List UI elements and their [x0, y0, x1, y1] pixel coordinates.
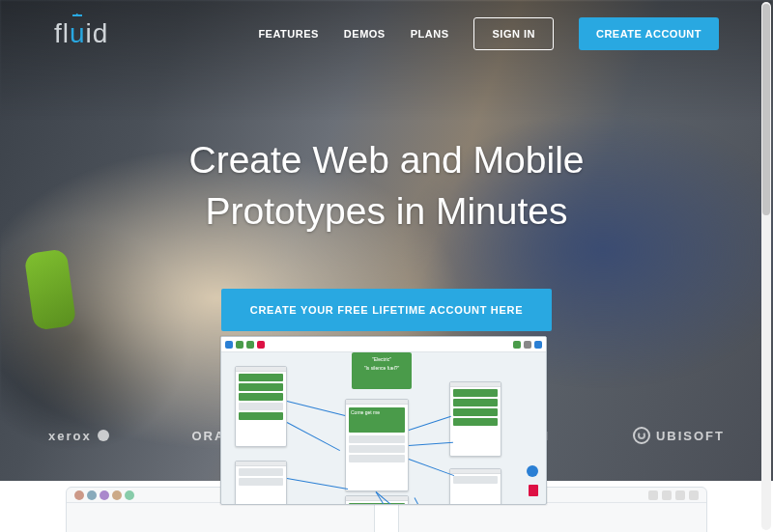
mockup-phone-1[interactable] — [235, 366, 287, 447]
link-wire — [287, 478, 348, 490]
client-xerox: xerox — [48, 429, 109, 443]
annotation-card[interactable]: "Electric" "Is silence fuel?" — [352, 352, 412, 389]
nav-features[interactable]: FEATURES — [258, 28, 318, 40]
hero-title-line2: Prototypes in Minutes — [205, 190, 567, 232]
link-wire — [409, 416, 451, 431]
tool-icon[interactable] — [675, 490, 685, 500]
brand-logo[interactable]: fluid — [54, 18, 108, 49]
editor-preview: "Electric" "Is silence fuel?" Come get m… — [220, 336, 547, 505]
play-icon[interactable] — [236, 341, 243, 349]
link-wire — [409, 442, 453, 446]
create-account-button[interactable]: CREATE ACCOUNT — [579, 17, 719, 50]
settings-icon[interactable] — [524, 341, 531, 349]
link-wire — [409, 459, 454, 476]
share-icon[interactable] — [534, 341, 542, 349]
hero-content: Create Web and Mobile Prototypes in Minu… — [0, 50, 773, 331]
main-nav: FEATURES DEMOS PLANS SIGN IN CREATE ACCO… — [258, 17, 719, 50]
stop-icon[interactable] — [257, 341, 265, 349]
nav-plans[interactable]: PLANS — [411, 28, 449, 40]
expand-icon[interactable] — [225, 341, 233, 349]
avatar-icon — [87, 490, 97, 500]
nav-demos[interactable]: DEMOS — [344, 28, 386, 40]
circle-icon — [98, 430, 109, 441]
tool-icon[interactable] — [648, 490, 658, 500]
editor-canvas[interactable]: "Electric" "Is silence fuel?" Come get m… — [221, 352, 546, 504]
tool-icon[interactable] — [662, 490, 672, 500]
sign-in-button[interactable]: SIGN IN — [473, 17, 553, 50]
grid-icon[interactable] — [513, 341, 521, 349]
hero-title: Create Web and Mobile Prototypes in Minu… — [0, 135, 773, 237]
mockup-phone-5[interactable] — [345, 495, 409, 505]
hero-title-line1: Create Web and Mobile — [188, 139, 584, 181]
spiral-icon — [633, 427, 650, 444]
mockup-phone-4[interactable] — [235, 461, 287, 505]
avatar-icon — [100, 490, 109, 500]
node-dot-icon[interactable] — [527, 465, 538, 477]
editor-toolbar — [221, 337, 546, 352]
delete-icon[interactable] — [529, 485, 538, 496]
client-ubisoft: UBISOFT — [633, 427, 725, 444]
avatar-icon — [125, 490, 134, 500]
tool-icon[interactable] — [689, 490, 699, 500]
mockup-phone-3[interactable] — [449, 381, 501, 457]
hero-cta-button[interactable]: CREATE YOUR FREE LIFETIME ACCOUNT HERE — [221, 289, 552, 331]
mockup-phone-6[interactable] — [449, 468, 501, 505]
plus-icon[interactable] — [246, 341, 254, 349]
avatar-icon — [112, 490, 122, 500]
mockup-phone-2[interactable]: Come get me — [345, 399, 409, 491]
link-wire — [287, 401, 345, 416]
header: fluid FEATURES DEMOS PLANS SIGN IN CREAT… — [0, 0, 773, 50]
avatar-icon — [74, 490, 84, 500]
link-wire — [287, 422, 340, 451]
